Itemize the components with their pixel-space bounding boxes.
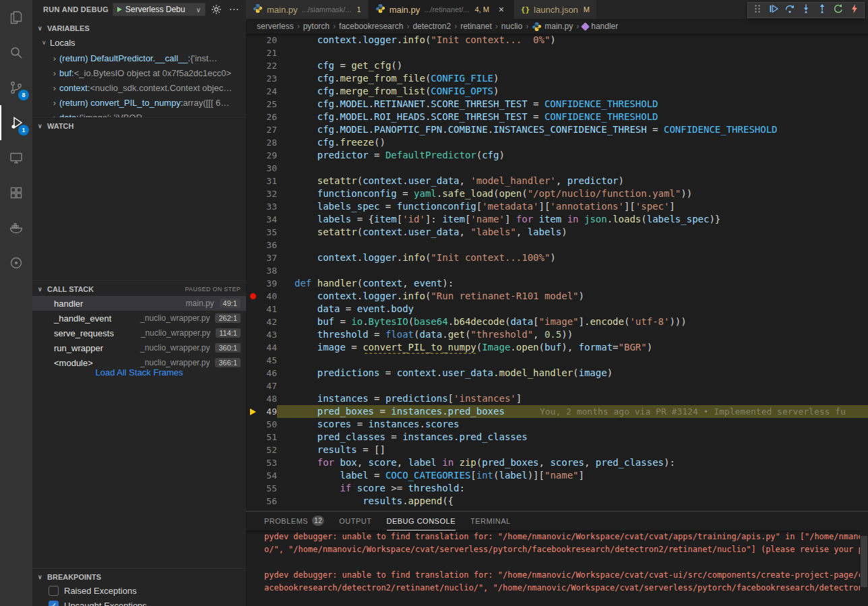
code-line[interactable]: 31 setattr(context.user_data, 'model_han… <box>246 175 868 187</box>
code-line[interactable]: 48 instances = predictions['instances'] <box>246 392 868 405</box>
gutter-glyph[interactable] <box>246 495 259 508</box>
code-line[interactable]: 51 pred_classes = instances.pred_classes <box>246 431 868 444</box>
gutter-glyph[interactable] <box>246 187 259 200</box>
activity-run-and-debug[interactable]: 1 <box>0 105 32 140</box>
stack-frame[interactable]: handlermain.py49:1 <box>32 296 246 311</box>
scrollbar[interactable] <box>861 532 867 605</box>
scope-locals[interactable]: ∨ Locals <box>32 35 246 50</box>
breadcrumb-item-retinanet[interactable]: retinanet <box>460 22 492 31</box>
gutter-glyph[interactable] <box>246 47 259 59</box>
breakpoint-row[interactable]: ✓Uncaught Exceptions <box>32 598 246 606</box>
gutter-glyph[interactable] <box>246 136 259 149</box>
gutter-glyph[interactable] <box>246 444 259 456</box>
breadcrumb-item-detectron2[interactable]: detectron2 <box>412 22 451 31</box>
gutter-glyph[interactable] <box>246 380 259 392</box>
gear-icon[interactable] <box>210 3 223 16</box>
code-line[interactable]: 37 context.logger.info("Init context...1… <box>246 251 868 264</box>
gutter-glyph[interactable] <box>246 162 259 175</box>
code-line[interactable]: 29 predictor = DefaultPredictor(cfg) <box>246 149 868 162</box>
gutter-glyph[interactable] <box>246 328 259 341</box>
activity-remote-explorer[interactable] <box>0 140 32 175</box>
call-stack-section-header[interactable]: ∨ CALL STACK PAUSED ON STEP <box>32 281 246 296</box>
code-line[interactable]: 41 data = event.body <box>246 303 868 315</box>
gutter-glyph[interactable] <box>246 392 259 405</box>
gutter-glyph[interactable] <box>246 315 259 328</box>
code-line[interactable]: 47 <box>246 380 868 392</box>
breadcrumb-item-facebookresearch[interactable]: facebookresearch <box>339 22 403 31</box>
breakpoints-section-header[interactable]: ∨ BREAKPOINTS <box>32 569 246 584</box>
editor-tab-main-py[interactable]: main.py.../retinanet/...4, M× <box>369 0 514 19</box>
stack-frame[interactable]: serve_requests_nuclio_wrapper.py114:1 <box>32 326 246 340</box>
debug-console-output[interactable]: pydev debugger: unable to find translati… <box>246 531 860 606</box>
code-line[interactable]: 24 cfg.merge_from_list(CONFIG_OPTS) <box>246 85 868 98</box>
breakpoint-icon[interactable] <box>250 293 256 299</box>
gutter-glyph[interactable] <box>246 239 259 251</box>
activity-explorer[interactable] <box>0 0 32 35</box>
code-line[interactable]: 32 functionconfig = yaml.safe_load(open(… <box>246 187 868 200</box>
gutter-glyph[interactable] <box>246 200 259 213</box>
continue-button[interactable] <box>766 3 782 18</box>
panel-tab-problems[interactable]: PROBLEMS12 <box>264 512 324 531</box>
code-line[interactable]: 33 labels_spec = functionconfig['metadat… <box>246 200 868 213</box>
close-icon[interactable]: × <box>496 4 507 15</box>
gutter-glyph[interactable] <box>246 98 259 111</box>
panel-tab-terminal[interactable]: TERMINAL <box>470 512 511 531</box>
gutter-glyph[interactable] <box>246 251 259 264</box>
breadcrumb-item-serverless[interactable]: serverless <box>257 22 294 31</box>
code-line[interactable]: 56 results.append({ <box>246 495 868 508</box>
code-line[interactable]: 22 cfg = get_cfg() <box>246 59 868 72</box>
code-line[interactable]: 20 context.logger.info("Init context... … <box>246 34 868 47</box>
activity-search[interactable] <box>0 35 32 70</box>
breakpoint-row[interactable]: Raised Exceptions <box>32 583 246 598</box>
checkbox[interactable]: ✓ <box>49 601 59 606</box>
gutter-glyph[interactable] <box>246 226 259 239</box>
gutter-glyph[interactable] <box>246 418 259 431</box>
gutter-glyph[interactable] <box>246 482 259 495</box>
code-line[interactable]: 43 threshold = float(data.get("threshold… <box>246 328 868 341</box>
gutter-glyph[interactable] <box>246 354 259 367</box>
launch-config-select[interactable]: Serverless Debu ∨ <box>113 3 206 16</box>
more-actions-icon[interactable]: ⋯ <box>227 3 241 16</box>
gutter-glyph[interactable] <box>246 303 259 315</box>
code-line[interactable]: 54 label = COCO_CATEGORIES[int(label)]["… <box>246 469 868 482</box>
code-line[interactable]: 30 <box>246 162 868 175</box>
step-into-button[interactable] <box>798 3 814 18</box>
gutter-glyph[interactable] <box>246 72 259 85</box>
code-line[interactable]: 35 setattr(context.user_data, "labels", … <box>246 226 868 239</box>
code-line[interactable]: 36 <box>246 239 868 251</box>
code-line[interactable]: 49 pred_boxes = instances.pred_boxesYou,… <box>246 405 868 418</box>
gutter-glyph[interactable] <box>246 264 259 277</box>
breadcrumb-item-pytorch[interactable]: pytorch <box>303 22 330 31</box>
code-line[interactable]: 55 if score >= threshold: <box>246 482 868 495</box>
code-line[interactable]: 53 for box, score, label in zip(pred_box… <box>246 456 868 469</box>
restart-button[interactable] <box>830 3 846 18</box>
editor-tab-launch-json[interactable]: {}launch.jsonM <box>514 0 597 19</box>
gutter-glyph[interactable] <box>246 85 259 98</box>
stack-frame[interactable]: run_wrapper_nuclio_wrapper.py360:1 <box>32 340 246 355</box>
activity-live-share[interactable] <box>0 245 32 280</box>
code-line[interactable]: 26 cfg.MODEL.ROI_HEADS.SCORE_THRESH_TEST… <box>246 111 868 123</box>
gutter-glyph[interactable] <box>246 367 259 380</box>
variable-row[interactable]: ›(return) DefaultPredictor.__call__: {'i… <box>32 51 246 65</box>
variable-row[interactable]: ›context: <nuclio_sdk.context.Context ob… <box>32 80 246 95</box>
activity-docker[interactable] <box>0 210 32 245</box>
variable-row[interactable]: ›data: {'image': 'iVBOR… <box>32 110 246 118</box>
gutter-glyph[interactable] <box>246 469 259 482</box>
disconnect-button[interactable] <box>846 3 863 18</box>
gutter-glyph[interactable] <box>246 290 259 303</box>
code-line[interactable]: 40 context.logger.info("Run retinanet-R1… <box>246 290 868 303</box>
code-line[interactable]: 21 <box>246 47 868 59</box>
code-line[interactable]: 45 <box>246 354 868 367</box>
panel-tab-output[interactable]: OUTPUT <box>339 512 371 531</box>
load-all-stack-frames-link[interactable]: Load All Stack Frames <box>32 367 246 381</box>
code-line[interactable]: 28 cfg.freeze() <box>246 136 868 149</box>
watch-section-header[interactable]: ∨ WATCH <box>32 118 246 133</box>
gutter-glyph[interactable] <box>246 123 259 136</box>
code-line[interactable]: 39def handler(context, event): <box>246 277 868 290</box>
code-line[interactable]: 52 results = [] <box>246 444 868 456</box>
breadcrumb-item-main-py[interactable]: main.py <box>532 22 573 32</box>
panel-tab-debug-console[interactable]: DEBUG CONSOLE <box>387 512 456 531</box>
code-line[interactable]: 42 buf = io.BytesIO(base64.b64decode(dat… <box>246 315 868 328</box>
breadcrumb-item-handler[interactable]: handler <box>582 22 618 31</box>
gutter-glyph[interactable] <box>246 277 259 290</box>
